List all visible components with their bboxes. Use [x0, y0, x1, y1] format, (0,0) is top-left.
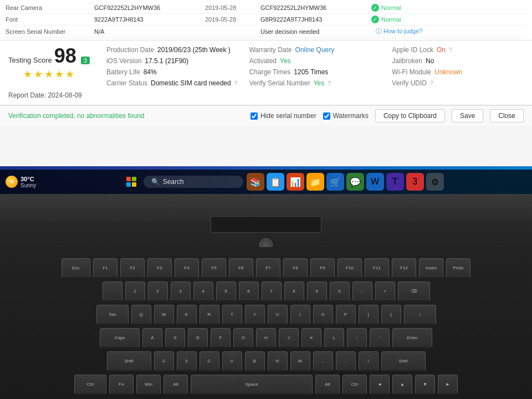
- close-button[interactable]: Close: [490, 109, 524, 122]
- search-bar[interactable]: 🔍 Search: [144, 176, 243, 188]
- save-button[interactable]: Save: [452, 109, 483, 122]
- key-f1[interactable]: F1: [93, 258, 117, 278]
- key-caps[interactable]: Caps: [100, 328, 140, 348]
- key-b[interactable]: B: [245, 351, 265, 371]
- key-r[interactable]: R: [200, 305, 219, 325]
- key-j[interactable]: J: [279, 328, 299, 348]
- key-minus[interactable]: -: [352, 282, 372, 301]
- key-semicolon[interactable]: ;: [347, 328, 367, 348]
- key-v[interactable]: V: [222, 351, 242, 371]
- key-f7[interactable]: F7: [256, 258, 280, 278]
- key-f6[interactable]: F6: [229, 258, 253, 278]
- key-f11[interactable]: F11: [365, 258, 389, 278]
- key-5[interactable]: 5: [216, 282, 236, 301]
- key-3[interactable]: 3: [171, 282, 191, 301]
- key-f5[interactable]: F5: [202, 258, 226, 278]
- key-slash[interactable]: /: [359, 351, 378, 371]
- key-w[interactable]: W: [154, 305, 174, 325]
- key-h[interactable]: H: [256, 328, 276, 348]
- key-f10[interactable]: F10: [337, 258, 362, 278]
- key-comma[interactable]: ,: [313, 351, 333, 371]
- key-g[interactable]: G: [233, 328, 253, 348]
- key-i[interactable]: I: [290, 305, 310, 325]
- key-up-arrow[interactable]: ▲: [392, 375, 412, 395]
- watermarks-input[interactable]: [323, 112, 330, 120]
- key-z[interactable]: Z: [154, 351, 174, 371]
- key-f[interactable]: F: [211, 328, 231, 348]
- key-8[interactable]: 8: [284, 282, 304, 301]
- key-rshift[interactable]: Shift: [381, 351, 426, 371]
- key-0[interactable]: 0: [330, 282, 350, 301]
- key-f8[interactable]: F8: [283, 258, 308, 278]
- key-c[interactable]: C: [200, 351, 219, 371]
- key-right-arrow[interactable]: ►: [438, 375, 458, 395]
- key-q[interactable]: Q: [131, 305, 151, 325]
- key-backspace[interactable]: ⌫: [398, 282, 430, 301]
- hide-serial-input[interactable]: [250, 112, 258, 120]
- key-lalt[interactable]: Alt: [163, 375, 188, 395]
- taskbar-app-word[interactable]: W: [366, 173, 384, 191]
- taskbar-app-powerpoint[interactable]: 📊: [287, 173, 304, 191]
- taskbar-app-clock[interactable]: 3: [406, 173, 424, 191]
- taskbar-app-whatsapp[interactable]: 💬: [346, 173, 364, 191]
- key-equals[interactable]: =: [375, 282, 395, 301]
- key-ralt[interactable]: Alt: [315, 375, 340, 395]
- key-f12[interactable]: F12: [392, 258, 416, 278]
- key-lbracket[interactable]: [: [359, 305, 378, 325]
- taskbar-app-books[interactable]: 📚: [247, 173, 264, 191]
- key-p[interactable]: P: [336, 305, 356, 325]
- key-7[interactable]: 7: [262, 282, 282, 301]
- key-f9[interactable]: F9: [310, 258, 335, 278]
- key-f4[interactable]: F4: [175, 258, 199, 278]
- copy-to-clipboard-button[interactable]: Copy to Clipboard: [375, 109, 445, 122]
- key-a[interactable]: A: [142, 328, 162, 348]
- key-n[interactable]: N: [268, 351, 288, 371]
- key-win[interactable]: Win: [136, 375, 161, 395]
- key-6[interactable]: 6: [239, 282, 259, 301]
- key-lshift[interactable]: Shift: [107, 351, 151, 371]
- key-y[interactable]: Y: [245, 305, 265, 325]
- key-s[interactable]: S: [165, 328, 185, 348]
- key-left-arrow[interactable]: ◄: [370, 375, 390, 395]
- key-x[interactable]: X: [177, 351, 197, 371]
- key-down-arrow[interactable]: ▼: [415, 375, 435, 395]
- trackpad[interactable]: [211, 216, 321, 233]
- taskbar-app-files[interactable]: 📁: [306, 173, 324, 191]
- key-esc[interactable]: Esc: [62, 258, 90, 278]
- key-d[interactable]: D: [188, 328, 208, 348]
- key-1[interactable]: 1: [125, 282, 145, 301]
- key-space[interactable]: Space: [191, 375, 313, 395]
- key-e[interactable]: E: [177, 305, 197, 325]
- key-rctrl[interactable]: Ctrl: [342, 375, 367, 395]
- key-enter[interactable]: Enter: [392, 328, 432, 348]
- key-2[interactable]: 2: [148, 282, 168, 301]
- key-rbracket[interactable]: ]: [381, 305, 401, 325]
- key-backslash[interactable]: \: [404, 305, 436, 325]
- key-f2[interactable]: F2: [120, 258, 145, 278]
- taskbar-app-store[interactable]: 🛒: [326, 173, 344, 191]
- key-backtick[interactable]: `: [103, 282, 122, 301]
- windows-start-button[interactable]: [122, 173, 140, 191]
- key-u[interactable]: U: [268, 305, 288, 325]
- how-to-judge-link[interactable]: ⓘ How to judge?: [376, 27, 422, 35]
- key-4[interactable]: 4: [193, 282, 213, 301]
- taskbar-app-task[interactable]: 📋: [267, 173, 284, 191]
- key-m[interactable]: M: [290, 351, 310, 371]
- key-f3[interactable]: F3: [147, 258, 172, 278]
- key-tab[interactable]: Tab: [96, 305, 129, 325]
- hide-serial-checkbox[interactable]: Hide serial number: [250, 112, 316, 120]
- taskbar-app-teams[interactable]: T: [386, 173, 404, 191]
- key-prtsc[interactable]: PrtSc: [446, 258, 470, 278]
- key-t[interactable]: T: [222, 305, 242, 325]
- key-period[interactable]: .: [336, 351, 356, 371]
- watermarks-checkbox[interactable]: Watermarks: [323, 112, 369, 120]
- key-9[interactable]: 9: [307, 282, 327, 301]
- key-l[interactable]: L: [324, 328, 344, 348]
- key-o[interactable]: O: [313, 305, 333, 325]
- key-quote[interactable]: ': [370, 328, 390, 348]
- key-insert[interactable]: Insert: [419, 258, 443, 278]
- key-fn[interactable]: Fn: [109, 375, 134, 395]
- taskbar-app-misc[interactable]: ⚙: [426, 173, 444, 191]
- key-k[interactable]: K: [301, 328, 321, 348]
- key-lctrl[interactable]: Ctrl: [74, 375, 106, 395]
